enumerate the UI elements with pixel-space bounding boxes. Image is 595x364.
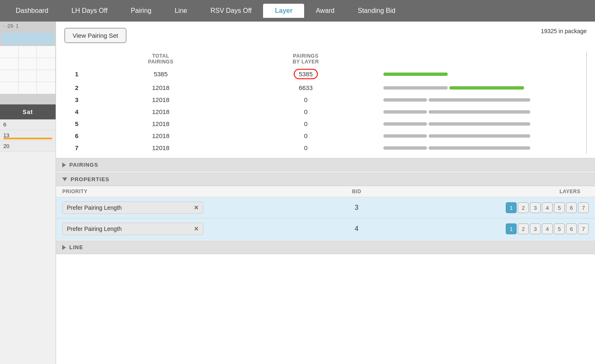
total-pairings-cell: 12018 bbox=[89, 94, 232, 106]
bar-cell bbox=[379, 118, 587, 130]
col-total-pairings-header: TOTAL PAIRINGS bbox=[89, 51, 232, 66]
pairing-table-body: 1538553852120186633312018041201805120180… bbox=[64, 66, 587, 154]
layer-button-4[interactable]: 4 bbox=[542, 202, 553, 213]
total-pairings-cell: 5385 bbox=[89, 66, 232, 82]
bar-cell bbox=[379, 82, 587, 94]
table-row: 2120186633 bbox=[64, 82, 587, 94]
priority-label: Prefer Pairing Length bbox=[67, 204, 190, 211]
package-info: 19325 in package bbox=[541, 28, 587, 34]
layer-button-2[interactable]: 2 bbox=[518, 202, 529, 213]
table-row: 6120180 bbox=[64, 130, 587, 142]
sidebar-calendar-top: · ·29· 1 bbox=[0, 22, 56, 104]
main-content: View Pairing Set 19325 in package TOTAL … bbox=[56, 22, 595, 364]
layer-button-1[interactable]: 1 bbox=[506, 202, 517, 213]
pairings-by-layer-cell: 0 bbox=[232, 130, 379, 142]
layer-button-7[interactable]: 7 bbox=[578, 202, 589, 213]
bid-value: 4 bbox=[207, 225, 506, 233]
layer-number-cell: 2 bbox=[64, 82, 89, 94]
cal-cell bbox=[19, 82, 37, 94]
total-pairings-cell: 12018 bbox=[89, 82, 232, 94]
property-row: Prefer Pairing Length ✕ 41234567 bbox=[56, 218, 595, 240]
gray-bar bbox=[383, 146, 427, 150]
circled-value: 5385 bbox=[294, 69, 317, 79]
col-pairings-by-layer-header: PAIRINGS BY LAYER bbox=[232, 51, 379, 66]
cal-cell bbox=[19, 58, 37, 70]
tab-rsv-days-off[interactable]: RSV Days Off bbox=[199, 4, 263, 18]
green-bar bbox=[449, 86, 524, 90]
pairings-by-layer-cell: 0 bbox=[232, 94, 379, 106]
priority-input-wrapper[interactable]: Prefer Pairing Length ✕ bbox=[62, 223, 203, 235]
layer-button-5[interactable]: 5 bbox=[554, 202, 565, 213]
table-row: 4120180 bbox=[64, 106, 587, 118]
layer-number-cell: 5 bbox=[64, 118, 89, 130]
sidebar: · ·29· 1 bbox=[0, 22, 56, 364]
table-row: 153855385 bbox=[64, 66, 587, 82]
layer-button-6[interactable]: 6 bbox=[566, 202, 577, 213]
gray-bar bbox=[429, 146, 530, 150]
table-row: 5120180 bbox=[64, 118, 587, 130]
total-pairings-cell: 12018 bbox=[89, 130, 232, 142]
table-row: 3120180 bbox=[64, 94, 587, 106]
sidebar-week-item[interactable]: 6 bbox=[0, 119, 56, 130]
line-section-label: LINE bbox=[69, 244, 83, 250]
cal-cell bbox=[37, 46, 56, 58]
bid-col-header: BID bbox=[207, 189, 506, 194]
sidebar-week-item[interactable]: 13 bbox=[0, 130, 56, 141]
pairings-by-layer-cell: 0 bbox=[232, 106, 379, 118]
priority-input-wrapper[interactable]: Prefer Pairing Length ✕ bbox=[62, 201, 203, 214]
gray-bar bbox=[383, 134, 427, 138]
bar-cell bbox=[379, 94, 587, 106]
layer-button-5[interactable]: 5 bbox=[554, 223, 565, 234]
layout: · ·29· 1 bbox=[0, 22, 595, 364]
properties-section-header[interactable]: PROPERTIES bbox=[56, 172, 595, 186]
properties-columns-header: PRIORITY BID LAYERS bbox=[56, 186, 595, 197]
remove-property-button[interactable]: ✕ bbox=[194, 204, 199, 211]
layer-button-1[interactable]: 1 bbox=[506, 223, 517, 234]
tab-award[interactable]: Award bbox=[304, 4, 346, 18]
tab-standing-bid[interactable]: Standing Bid bbox=[346, 4, 407, 18]
gray-bar bbox=[383, 122, 427, 126]
total-pairings-cell: 12018 bbox=[89, 142, 232, 154]
tab-layer[interactable]: Layer bbox=[263, 4, 304, 18]
bar-cell bbox=[379, 130, 587, 142]
green-bar bbox=[383, 73, 448, 76]
gray-bar bbox=[429, 134, 530, 138]
line-arrow-right-icon bbox=[62, 245, 66, 250]
layer-number-cell: 6 bbox=[64, 130, 89, 142]
priority-col-header: PRIORITY bbox=[62, 189, 207, 194]
tab-line[interactable]: Line bbox=[163, 4, 199, 18]
priority-label: Prefer Pairing Length bbox=[67, 226, 190, 232]
bid-value: 3 bbox=[207, 204, 506, 211]
bar-cell bbox=[379, 106, 587, 118]
tab-pairing[interactable]: Pairing bbox=[119, 4, 163, 18]
top-nav: Dashboard LH Days Off Pairing Line RSV D… bbox=[0, 0, 595, 22]
layer-button-2[interactable]: 2 bbox=[518, 223, 529, 234]
pairings-arrow-right-icon bbox=[62, 163, 66, 167]
gray-bar bbox=[429, 110, 530, 114]
layer-button-3[interactable]: 3 bbox=[530, 202, 541, 213]
table-row: 7120180 bbox=[64, 142, 587, 154]
cal-row bbox=[0, 82, 56, 94]
col-bar-header bbox=[379, 51, 587, 66]
properties-arrow-down-icon bbox=[62, 177, 67, 181]
layer-button-3[interactable]: 3 bbox=[530, 223, 541, 234]
layer-button-6[interactable]: 6 bbox=[566, 223, 577, 234]
layer-button-4[interactable]: 4 bbox=[542, 223, 553, 234]
tab-lh-days-off[interactable]: LH Days Off bbox=[60, 4, 119, 18]
properties-section-label: PROPERTIES bbox=[71, 176, 110, 182]
sidebar-week-item[interactable]: 20 bbox=[0, 141, 56, 152]
cal-cell bbox=[0, 58, 19, 70]
tab-dashboard[interactable]: Dashboard bbox=[4, 4, 60, 18]
properties-rows: Prefer Pairing Length ✕ 31234567 Prefer … bbox=[64, 197, 587, 240]
total-pairings-cell: 12018 bbox=[89, 106, 232, 118]
layer-number-cell: 1 bbox=[64, 66, 89, 82]
pairings-by-layer-cell: 6633 bbox=[232, 82, 379, 94]
line-section-header[interactable]: LINE bbox=[56, 240, 595, 254]
pairing-table: TOTAL PAIRINGS PAIRINGS BY LAYER 1538553… bbox=[64, 51, 587, 154]
remove-property-button[interactable]: ✕ bbox=[194, 226, 199, 232]
layer-button-7[interactable]: 7 bbox=[578, 223, 589, 234]
view-pairing-set-button[interactable]: View Pairing Set bbox=[64, 28, 127, 43]
sidebar-day-label: Sat bbox=[0, 104, 56, 119]
layer-number-cell: 4 bbox=[64, 106, 89, 118]
pairings-section-header[interactable]: PAIRINGS bbox=[56, 158, 595, 172]
